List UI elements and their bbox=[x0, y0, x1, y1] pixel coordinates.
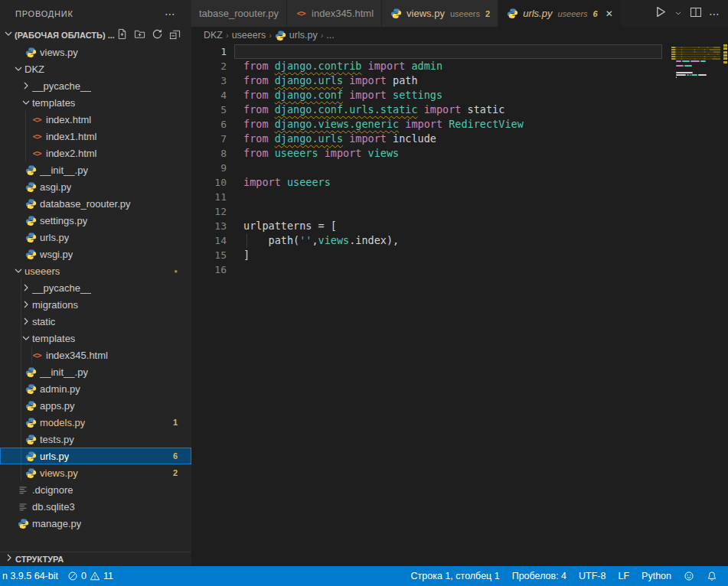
line-content: ] bbox=[234, 248, 662, 262]
chevron-right-icon: › bbox=[321, 31, 324, 40]
code-line-14[interactable]: 14 path('',views.index), bbox=[191, 233, 728, 248]
status-label: LF bbox=[618, 571, 629, 581]
code-line-8[interactable]: 8from useeers import views bbox=[191, 146, 728, 161]
warning-mark bbox=[723, 54, 727, 57]
tree-item-__init__.py[interactable]: __init__.py bbox=[0, 363, 191, 380]
code-token: useeers bbox=[275, 147, 318, 159]
status-encoding[interactable]: UTF-8 bbox=[579, 571, 606, 581]
line-content bbox=[234, 44, 662, 59]
code-line-15[interactable]: 15] bbox=[191, 248, 728, 262]
status-language[interactable]: Python bbox=[641, 571, 671, 581]
status-python-version[interactable]: n 3.9.5 64-bit bbox=[2, 571, 58, 581]
tree-item-index1.html[interactable]: <>index1.html bbox=[0, 128, 191, 145]
indent-guide bbox=[246, 233, 247, 248]
refresh-button[interactable] bbox=[151, 29, 163, 41]
line-number: 1 bbox=[191, 44, 227, 59]
indent-guide bbox=[21, 363, 21, 380]
status-feedback[interactable] bbox=[684, 571, 694, 581]
tree-item-apps.py[interactable]: apps.py bbox=[0, 397, 191, 414]
new-folder-button[interactable] bbox=[133, 29, 145, 41]
py-icon bbox=[390, 8, 402, 20]
status-notifications[interactable] bbox=[707, 571, 717, 581]
tree-item-index345.html[interactable]: <>index345.html bbox=[0, 347, 191, 363]
code-line-6[interactable]: 6from django.views.generic import Redire… bbox=[191, 117, 728, 132]
minimap-line bbox=[671, 79, 720, 80]
breadcrumb-item[interactable]: urls.py bbox=[275, 30, 318, 41]
code-line-4[interactable]: 4from django.conf import settings bbox=[191, 88, 728, 103]
tree-item-__pycache__[interactable]: __pycache__ bbox=[0, 279, 191, 296]
code-line-5[interactable]: 5from django.conf.urls.static import sta… bbox=[191, 103, 728, 117]
code-line-9[interactable]: 9 bbox=[191, 161, 728, 175]
tree-item-label: database_roouter.py bbox=[40, 198, 131, 210]
code-line-7[interactable]: 7from django.urls import include bbox=[191, 132, 728, 146]
code-line-13[interactable]: 13urlpatterns = [ bbox=[191, 219, 728, 233]
tree-item-views.py[interactable]: views.py bbox=[0, 44, 191, 60]
breadcrumb-item[interactable]: DKZ bbox=[204, 30, 223, 41]
status-eol[interactable]: LF bbox=[618, 571, 629, 581]
explorer-more-icon[interactable]: ⋯ bbox=[165, 8, 176, 20]
tree-item-models.py[interactable]: models.py1 bbox=[0, 414, 191, 431]
code-line-12[interactable]: 12 bbox=[191, 204, 728, 219]
code-line-11[interactable]: 11 bbox=[191, 190, 728, 204]
tab-description: useeers bbox=[450, 9, 480, 18]
split-editor-button[interactable] bbox=[690, 6, 702, 21]
tree-item-tests.py[interactable]: tests.py bbox=[0, 431, 191, 448]
tab-urls.py[interactable]: urls.pyuseeers6✕ bbox=[498, 0, 621, 27]
tree-item-templates[interactable]: templates bbox=[0, 94, 191, 111]
tree-item-urls.py[interactable]: urls.py bbox=[0, 229, 191, 246]
tree-item-wsgi.py[interactable]: wsgi.py bbox=[0, 246, 191, 262]
tree-item-__init__.py[interactable]: __init__.py bbox=[0, 161, 191, 178]
tree-item-.dcignore[interactable]: .dcignore bbox=[0, 481, 191, 498]
chev-right-icon bbox=[3, 553, 15, 566]
collapse-all-button[interactable] bbox=[168, 29, 181, 41]
status-indentation[interactable]: Пробелов: 4 bbox=[512, 571, 566, 581]
tree-item-DKZ[interactable]: DKZ bbox=[0, 60, 191, 77]
tree-item-label: settings.py bbox=[40, 215, 87, 226]
tree-item-asgi.py[interactable]: asgi.py bbox=[0, 178, 191, 195]
indent-guide bbox=[21, 347, 21, 363]
code-line-3[interactable]: 3from django.urls import path bbox=[191, 73, 728, 88]
tree-item-static[interactable]: static bbox=[0, 313, 191, 330]
code-token: import bbox=[243, 176, 287, 188]
more-actions-button[interactable]: ⋯ bbox=[709, 7, 720, 21]
close-icon[interactable]: ✕ bbox=[606, 8, 613, 19]
tree-item-settings.py[interactable]: settings.py bbox=[0, 212, 191, 229]
warning-mark bbox=[723, 44, 727, 47]
code-editor[interactable]: 1 2from django.contrib import admin3from… bbox=[191, 44, 728, 566]
tree-item-database_roouter.py[interactable]: database_roouter.py bbox=[0, 195, 191, 212]
tree-item-db.sqlite3[interactable]: db.sqlite3 bbox=[0, 498, 191, 515]
tab-views.py[interactable]: views.pyuseeers2 bbox=[382, 0, 498, 27]
code-line-16[interactable]: 16 bbox=[191, 262, 728, 277]
tree-item-useeers[interactable]: useeers● bbox=[0, 262, 191, 279]
tree-item-views.py[interactable]: views.py2 bbox=[0, 464, 191, 481]
tab-tabase_roouter.py[interactable]: tabase_roouter.py bbox=[191, 0, 286, 27]
tree-item-admin.py[interactable]: admin.py bbox=[0, 380, 191, 397]
new-file-button[interactable] bbox=[116, 29, 128, 41]
tree-item-index2.html[interactable]: <>index2.html bbox=[0, 145, 191, 161]
code-line-2[interactable]: 2from django.contrib import admin bbox=[191, 59, 728, 73]
indent-guide bbox=[21, 464, 21, 481]
tree-item-templates[interactable]: templates bbox=[0, 330, 191, 347]
tree-item-index.html[interactable]: <>index.html bbox=[0, 111, 191, 128]
tab-title: index345.html bbox=[312, 8, 374, 19]
tree-item-manage.py[interactable]: manage.py bbox=[0, 515, 191, 532]
run-dropdown-button[interactable] bbox=[674, 7, 683, 21]
outline-section-header[interactable]: СТРУКТУРА bbox=[0, 552, 191, 566]
code-line-1[interactable]: 1 bbox=[191, 44, 728, 59]
tree-item-urls.py[interactable]: urls.py6 bbox=[0, 448, 191, 464]
minimap-line bbox=[671, 60, 720, 62]
tree-item-migrations[interactable]: migrations bbox=[0, 296, 191, 313]
tree-item-label: views.py bbox=[40, 47, 78, 58]
breadcrumb-item[interactable]: ... bbox=[326, 30, 334, 41]
tab-index345.html[interactable]: <>index345.html bbox=[287, 0, 381, 27]
run-button[interactable] bbox=[654, 5, 667, 21]
status-problems[interactable]: 011 bbox=[67, 571, 113, 581]
breadcrumb-item[interactable]: useeers bbox=[232, 30, 266, 41]
tree-item-__pycache__[interactable]: __pycache__ bbox=[0, 77, 191, 94]
status-cursor-position[interactable]: Строка 1, столбец 1 bbox=[411, 571, 500, 581]
workspace-section-header[interactable]: (РАБОЧАЯ ОБЛАСТЬ) ... bbox=[0, 27, 191, 44]
chevron-right-icon bbox=[3, 552, 15, 567]
minimap[interactable] bbox=[671, 44, 720, 81]
py-icon bbox=[24, 214, 37, 226]
code-line-10[interactable]: 10import useeers bbox=[191, 175, 728, 190]
